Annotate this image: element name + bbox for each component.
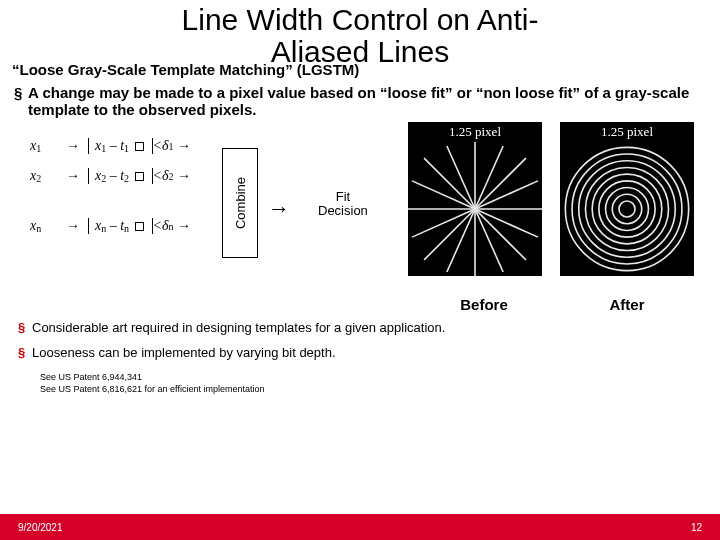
lower-bullets: § Considerable art required in designing… — [0, 318, 720, 360]
bullet-marker-red: § — [18, 320, 32, 335]
square-icon — [135, 222, 144, 231]
svg-rect-17 — [560, 142, 694, 276]
rings-icon — [560, 142, 694, 276]
footer-page-number: 12 — [691, 522, 702, 533]
sub-1: 1 — [36, 143, 41, 154]
footer-date: 9/20/2021 — [18, 522, 63, 533]
arrow-2b: → — [177, 168, 199, 184]
square-icon — [135, 172, 144, 181]
lt-n: < — [153, 218, 162, 234]
figure-before: 1.25 pixel — [408, 122, 542, 276]
abs-1: x1 – t1 — [88, 138, 153, 154]
arrow-1b: → — [177, 138, 199, 154]
bullet-art-text: Considerable art required in designing t… — [32, 320, 445, 335]
patent-2: See US Patent 6,816,621 for an efficient… — [40, 384, 720, 396]
sub-2: 2 — [36, 173, 41, 184]
figure-after-image — [560, 142, 694, 276]
fit-line-1: Fit — [336, 189, 350, 204]
abs-2: x2 – t2 — [88, 168, 153, 184]
abs-n: xn – tn — [88, 218, 153, 234]
combine-label: Combine — [233, 177, 248, 229]
figure-before-image — [408, 142, 542, 276]
fit-line-2: Decision — [318, 203, 368, 218]
caption-after: After — [560, 296, 694, 313]
arrow-1: → — [66, 138, 88, 154]
body-area: x1 → x1 – t1 < δ1 → x2 → x2 – t2 < δ2 → … — [0, 118, 720, 318]
combine-box: Combine — [222, 148, 258, 258]
lt-2: < — [153, 168, 162, 184]
formula-row-1: x1 → x1 – t1 < δ1 → — [30, 138, 199, 154]
formula-block: x1 → x1 – t1 < δ1 → x2 → x2 – t2 < δ2 → … — [30, 138, 199, 248]
slide-title: Line Width Control on Anti- Aliased Line… — [0, 0, 720, 67]
bullet-looseness-text: Looseness can be implemented by varying … — [32, 345, 336, 360]
bullet-marker: § — [14, 84, 28, 118]
figure-before-label: 1.25 pixel — [408, 122, 542, 142]
title-line-1: Line Width Control on Anti- — [182, 3, 539, 36]
patent-references: See US Patent 6,944,341 See US Patent 6,… — [0, 372, 720, 395]
slide: Line Width Control on Anti- Aliased Line… — [0, 0, 720, 540]
arrow-n: → — [66, 218, 88, 234]
bullet-marker-red: § — [18, 345, 32, 360]
sub-n: n — [36, 223, 41, 234]
main-bullet: § A change may be made to a pixel value … — [0, 78, 720, 118]
slide-footer: 9/20/2021 12 — [0, 514, 720, 540]
bullet-art: § Considerable art required in designing… — [18, 320, 692, 335]
figure-after-label: 1.25 pixel — [560, 122, 694, 142]
figure-captions: Before After — [408, 296, 694, 313]
bullet-looseness: § Looseness can be implemented by varyin… — [18, 345, 692, 360]
main-bullet-text: A change may be made to a pixel value ba… — [28, 84, 692, 118]
formula-row-2: x2 → x2 – t2 < δ2 → — [30, 168, 199, 184]
patent-1: See US Patent 6,944,341 — [40, 372, 720, 384]
figure-after: 1.25 pixel — [560, 122, 694, 276]
figure-row: 1.25 pixel 1.25 pixel — [408, 122, 694, 276]
fit-arrow-icon: → — [268, 196, 290, 222]
square-icon — [135, 142, 144, 151]
lt-1: < — [153, 138, 162, 154]
fit-decision-label: Fit Decision — [318, 190, 368, 219]
caption-before: Before — [408, 296, 560, 313]
formula-row-n: xn → xn – tn < δn → — [30, 218, 199, 234]
starburst-icon — [408, 142, 542, 276]
arrow-2: → — [66, 168, 88, 184]
arrow-nb: → — [177, 218, 199, 234]
